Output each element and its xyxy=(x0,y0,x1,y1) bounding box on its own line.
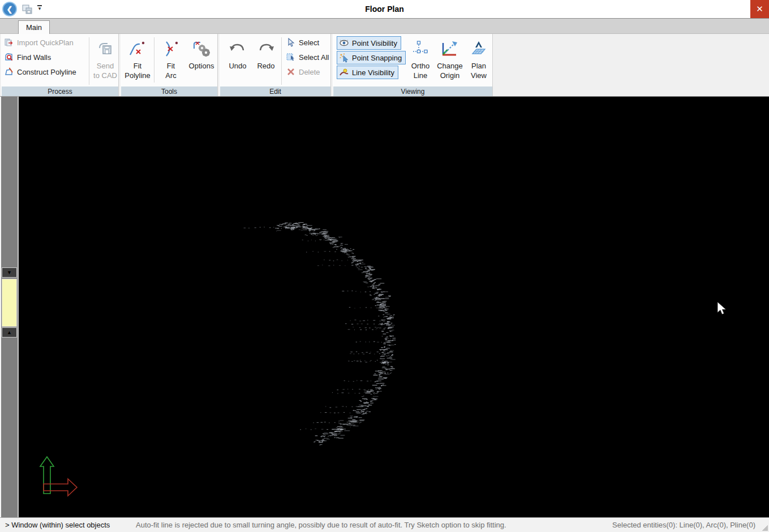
send-to-cad-button[interactable]: Send to CAD xyxy=(90,35,121,85)
options-icon xyxy=(192,37,211,61)
select-all-label: Select All xyxy=(299,53,329,62)
find-walls-label: Find Walls xyxy=(17,53,51,62)
redo-icon xyxy=(257,37,275,61)
options-button[interactable]: Options xyxy=(186,35,217,85)
fit-polyline-label-1: Fit xyxy=(134,61,141,71)
import-quickplan-button[interactable]: Import QuickPlan xyxy=(2,35,88,50)
change-origin-label-2: Origin xyxy=(440,71,460,80)
send-to-cad-label-2: to CAD xyxy=(93,71,117,80)
mouse-cursor xyxy=(716,301,728,317)
group-caption-viewing: Viewing xyxy=(333,86,492,96)
plan-view-label-1: Plan xyxy=(471,61,486,71)
find-walls-icon xyxy=(5,53,14,62)
fit-polyline-label-2: Polyline xyxy=(124,71,151,80)
construct-polyline-button[interactable]: Construct Polyline xyxy=(2,64,88,79)
left-palette-strip[interactable]: ▼ ▲ xyxy=(0,97,19,517)
fit-polyline-icon xyxy=(128,37,147,61)
titlebar: ❮ ▾ Floor Plan ✕ xyxy=(0,0,769,18)
group-edit: Undo Redo xyxy=(220,34,331,96)
undo-button[interactable]: Undo xyxy=(225,35,251,85)
group-caption-edit: Edit xyxy=(220,86,330,96)
point-visibility-label: Point Visibility xyxy=(352,39,397,47)
change-origin-icon xyxy=(440,37,459,61)
ortho-line-button[interactable]: Ortho Line xyxy=(407,35,434,85)
group-tools: Fit Polyline Fit Arc xyxy=(121,34,218,96)
resize-grip[interactable] xyxy=(762,525,768,531)
redo-button[interactable]: Redo xyxy=(253,35,279,85)
delete-label: Delete xyxy=(299,68,320,76)
send-to-cad-icon xyxy=(96,37,114,61)
line-visibility-toggle[interactable]: Line Visibility xyxy=(337,66,398,79)
point-visibility-icon xyxy=(339,38,349,48)
drawing-canvas[interactable] xyxy=(19,97,769,517)
send-to-cad-label-1: Send xyxy=(97,61,114,71)
ortho-line-label-1: Ortho xyxy=(411,61,430,71)
close-button[interactable]: ✕ xyxy=(750,0,769,18)
change-origin-label-1: Change xyxy=(437,61,463,71)
point-snapping-icon xyxy=(339,53,349,63)
delete-icon xyxy=(286,67,295,76)
group-caption-process: Process xyxy=(2,86,118,96)
point-snapping-toggle[interactable]: Point Snapping xyxy=(337,51,406,64)
import-quickplan-label: Import QuickPlan xyxy=(17,38,74,47)
plan-view-label-2: View xyxy=(471,71,487,80)
floor-plan-window: ❮ ▾ Floor Plan ✕ Main xyxy=(0,0,769,532)
line-visibility-label: Line Visibility xyxy=(352,68,394,77)
find-walls-button[interactable]: Find Walls xyxy=(2,50,88,64)
redo-label: Redo xyxy=(257,61,274,71)
window-title: Floor Plan xyxy=(0,0,769,18)
group-process: Import QuickPlan Find Walls xyxy=(1,34,119,96)
point-visibility-toggle[interactable]: Point Visibility xyxy=(337,36,401,50)
point-snapping-label: Point Snapping xyxy=(352,54,402,62)
fit-arc-icon xyxy=(161,37,181,61)
import-quickplan-icon xyxy=(5,38,14,47)
delete-button[interactable]: Delete xyxy=(283,64,329,79)
select-all-icon xyxy=(286,53,295,62)
ucs-axis-icon xyxy=(38,454,84,500)
command-prompt-text: > Window (within) select objects xyxy=(5,521,110,529)
select-icon xyxy=(286,38,295,47)
palette-scroll-down-button[interactable]: ▼ xyxy=(2,267,17,278)
fit-polyline-button[interactable]: Fit Polyline xyxy=(122,35,153,85)
undo-label: Undo xyxy=(229,61,246,71)
palette-color-swatch[interactable] xyxy=(2,279,17,327)
select-button[interactable]: Select xyxy=(283,35,329,50)
plan-view-icon xyxy=(470,37,488,61)
select-all-button[interactable]: Select All xyxy=(283,50,329,64)
change-origin-button[interactable]: Change Origin xyxy=(435,35,465,85)
ribbon-body: Import QuickPlan Find Walls xyxy=(0,34,769,97)
fit-arc-label-1: Fit xyxy=(167,61,175,71)
plan-view-button[interactable]: Plan View xyxy=(466,35,492,85)
fit-arc-button[interactable]: Fit Arc xyxy=(156,35,186,85)
select-label: Select xyxy=(299,38,319,47)
ribbon: Main Import QuickPlan xyxy=(0,18,769,97)
palette-scroll-up-button[interactable]: ▲ xyxy=(2,327,17,338)
ribbon-tab-row: Main xyxy=(0,19,769,34)
line-visibility-icon xyxy=(339,67,349,77)
point-cloud-layer xyxy=(19,97,769,517)
status-message: Auto-fit line is rejected due to small t… xyxy=(136,521,506,529)
ortho-line-icon xyxy=(411,37,429,61)
undo-icon xyxy=(229,37,247,61)
ortho-line-label-2: Line xyxy=(414,71,428,80)
group-caption-tools: Tools xyxy=(121,86,217,96)
fit-arc-label-2: Arc xyxy=(165,71,177,80)
construct-polyline-label: Construct Polyline xyxy=(17,68,76,76)
statusbar: > Window (within) select objects Auto-fi… xyxy=(0,517,769,532)
tab-main[interactable]: Main xyxy=(18,20,50,34)
group-viewing: Point Visibility Point Snapping xyxy=(333,34,493,96)
options-label: Options xyxy=(189,61,214,71)
selection-count: Selected entities(0): Line(0), Arc(0), P… xyxy=(612,521,755,529)
construct-polyline-icon xyxy=(5,67,14,76)
